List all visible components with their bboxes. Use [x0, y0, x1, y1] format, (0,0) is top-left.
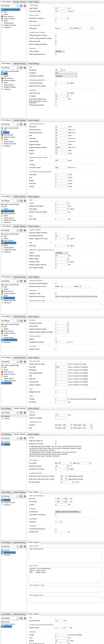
- delete-preset-button[interactable]: [23, 545, 27, 548]
- tab-print-settings[interactable]: Print Settings: [0, 433, 12, 436]
- tab-filament-settings[interactable]: Filament Settings: [12, 356, 27, 359]
- preset-dropdown[interactable]: My Settings▼: [1, 360, 19, 363]
- infill-input[interactable]: 60: [55, 134, 67, 137]
- minimum-extrusion-length-input[interactable]: 0: [55, 211, 67, 213]
- perimeters-input[interactable]: 30: [55, 126, 67, 128]
- preset-dropdown[interactable]: My Settings▼: [1, 229, 19, 232]
- spin-down-icon[interactable]: ▼: [67, 323, 69, 324]
- preset-dropdown[interactable]: My Settings▼: [1, 437, 19, 440]
- spin-down-icon[interactable]: ▼: [91, 428, 93, 429]
- tab-filament-settings[interactable]: Filament Settings: [12, 407, 27, 410]
- overhang-threshold-input[interactable]: 45: [55, 234, 67, 237]
- bed-other-layers-spinner[interactable]: ▲▼: [91, 427, 93, 429]
- tab-filament-settings[interactable]: Filament Settings: [12, 276, 27, 278]
- sidebar-item-output-options[interactable]: Output options: [1, 297, 15, 299]
- preset-dropdown[interactable]: My Settings▼: [1, 123, 19, 126]
- distance-from-object-input[interactable]: 6: [55, 205, 67, 207]
- generate-support-material-checkbox[interactable]: [55, 232, 57, 234]
- save-preset-button[interactable]: [19, 199, 23, 202]
- spin-down-icon[interactable]: ▼: [91, 425, 93, 426]
- extra-perimeters-if-needed-checkbox[interactable]: ✓: [55, 34, 57, 36]
- extra-length-on-restart-input[interactable]: 0: [55, 642, 67, 644]
- default-input[interactable]: 0: [55, 185, 67, 188]
- preset-dropdown[interactable]: My Settings▼: [1, 4, 19, 7]
- support-material-extruder-input[interactable]: 1: [55, 328, 67, 330]
- tab-filament-settings[interactable]: Filament Settings: [12, 119, 27, 122]
- gap-fill-input[interactable]: 20: [55, 152, 67, 154]
- infill-input[interactable]: 0: [55, 176, 67, 179]
- sidebar-item-layers-and-perimeters[interactable]: Layers and perimeters: [1, 364, 26, 366]
- first-layer-height-input[interactable]: 0.3: [55, 10, 67, 12]
- enforce-support-for-the-first-input[interactable]: 0: [55, 238, 67, 240]
- sidebar-item-general[interactable]: General: [1, 499, 10, 502]
- use-relative-e-distances-checkbox[interactable]: [55, 514, 57, 516]
- sidebar-item-advanced[interactable]: Advanced: [1, 382, 12, 384]
- only-infill-where-needed-checkbox[interactable]: [55, 85, 57, 87]
- support-material-interface-extruder-input[interactable]: 1: [55, 331, 67, 333]
- tab-filament-settings[interactable]: Filament Settings: [12, 432, 27, 436]
- sidebar-item-infill[interactable]: Infill: [1, 366, 26, 369]
- sidebar-item-multiple-extruders[interactable]: Multiple Extruders: [1, 338, 17, 341]
- sidebar-item-notes[interactable]: Notes: [1, 294, 26, 297]
- use-firmware-retraction-checkbox[interactable]: [55, 528, 57, 530]
- spin-down-icon[interactable]: ▼: [67, 342, 69, 343]
- sidebar-item-speed[interactable]: Speed: [1, 288, 26, 290]
- sidebar-item-output-options[interactable]: Output options: [1, 378, 26, 380]
- min-print-speed-spinner[interactable]: ▲▼: [73, 481, 75, 483]
- sidebar-item-support-material[interactable]: Support material: [1, 373, 26, 375]
- enable-auto-cooling-checkbox[interactable]: ✓: [55, 443, 57, 444]
- delete-preset-button[interactable]: [23, 199, 27, 202]
- sidebar-item-notes[interactable]: Notes: [1, 214, 26, 217]
- fill-angle-spinner[interactable]: ▲▼: [67, 95, 69, 97]
- spin-down-icon[interactable]: ▼: [66, 476, 67, 477]
- solid-infill-input[interactable]: 0: [55, 378, 67, 380]
- sidebar-item-skirt-and-brim[interactable]: Skirt and brim: [1, 210, 14, 212]
- sidebar-item-infill[interactable]: Infill: [1, 286, 26, 288]
- sidebar-item-advanced[interactable]: Advanced: [1, 221, 26, 223]
- sidebar-item-advanced[interactable]: Advanced: [1, 145, 26, 147]
- bridges-fan-speed-input[interactable]: 30: [55, 465, 67, 467]
- pattern-spacing-input[interactable]: 2.5: [55, 255, 67, 257]
- tab-print-settings[interactable]: Print Settings: [0, 224, 12, 228]
- bridges-input[interactable]: 60: [55, 149, 67, 152]
- nozzle-diameter-input[interactable]: 0.4: [55, 620, 63, 622]
- infill-extruder-input[interactable]: 1: [55, 325, 67, 327]
- threads-spinner[interactable]: ▲▼: [67, 398, 69, 400]
- spin-down-icon[interactable]: ▼: [67, 329, 69, 330]
- tab-filament-settings[interactable]: Filament Settings: [12, 225, 27, 228]
- bed-first-layer-spinner[interactable]: ▲▼: [71, 427, 72, 429]
- sidebar-item-output-options[interactable]: Output options: [1, 140, 26, 142]
- extruder-offset-y-input[interactable]: 0: [64, 626, 69, 629]
- interface-pattern-spacing-input[interactable]: 0: [55, 264, 67, 266]
- infill-before-perimeters-checkbox[interactable]: [55, 104, 57, 106]
- sidebar-item-custom-g-code[interactable]: Custom G-code: [1, 551, 16, 554]
- sidebar-item-support-material[interactable]: Support material: [1, 332, 26, 334]
- solid-layers-top-input[interactable]: 3: [58, 27, 70, 30]
- top-solid-infill-input[interactable]: 50: [55, 140, 67, 143]
- loops-input[interactable]: 1: [55, 202, 67, 204]
- spin-down-icon[interactable]: ▼: [90, 463, 92, 464]
- extruder-other-layers-input[interactable]: 240: [83, 424, 91, 426]
- pattern-select[interactable]: rectilinear▼: [55, 252, 68, 254]
- spin-down-icon[interactable]: ▼: [67, 18, 69, 20]
- sidebar-item-multiple-extruders[interactable]: Multiple Extruders: [1, 380, 26, 382]
- sidebar-item-support-material[interactable]: Support material: [1, 242, 16, 244]
- tab-filament-settings[interactable]: Filament Settings: [12, 62, 27, 65]
- save-preset-button[interactable]: [19, 279, 23, 282]
- infill-extruder-spinner[interactable]: ▲▼: [67, 325, 69, 327]
- support-material-extruder-spinner[interactable]: ▲▼: [67, 328, 69, 330]
- sidebar-item-custom-g-code[interactable]: Custom G-code: [1, 502, 26, 504]
- tab-printer-settings[interactable]: Printer Settings: [27, 119, 40, 122]
- preset-dropdown[interactable]: My Settings▼: [1, 319, 19, 322]
- tab-filament-settings[interactable]: Filament Settings: [12, 491, 27, 494]
- threads-input[interactable]: 2: [55, 398, 67, 400]
- spin-down-icon[interactable]: ▼: [67, 641, 69, 642]
- enable-fan-if-layer-print-time-is-below-input[interactable]: 60: [60, 475, 65, 477]
- sidebar-item-speed[interactable]: Speed: [1, 208, 26, 210]
- sidebar-item-multiple-extruders[interactable]: Multiple Extruders: [1, 248, 26, 251]
- bed-first-layer-input[interactable]: 120: [62, 427, 70, 429]
- sidebar-item-general[interactable]: General: [1, 549, 26, 551]
- print-center-y-input[interactable]: 100: [64, 500, 69, 503]
- enable-fan-if-layer-print-time-is-below-spinner[interactable]: ▲▼: [66, 475, 67, 477]
- min-print-speed-input[interactable]: 10: [60, 481, 72, 483]
